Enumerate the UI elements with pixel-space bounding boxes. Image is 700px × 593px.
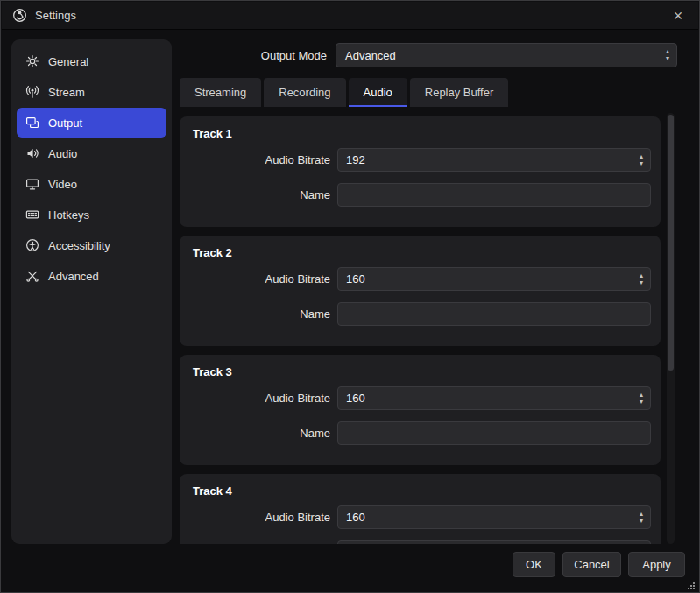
track-name-label: Name	[180, 188, 330, 201]
audio-bitrate-input[interactable]: 160 ▴▾	[337, 505, 651, 529]
tab-replay-buffer[interactable]: Replay Buffer	[410, 78, 509, 107]
titlebar: Settings ×	[2, 2, 698, 30]
spinner-arrows-icon[interactable]: ▴▾	[633, 511, 650, 525]
close-icon[interactable]: ×	[668, 8, 688, 24]
tab-bar: Streaming Recording Audio Replay Buffer	[180, 78, 508, 107]
spinner-arrows-icon[interactable]: ▴▾	[633, 392, 650, 406]
cancel-button[interactable]: Cancel	[562, 552, 621, 577]
resize-grip[interactable]	[687, 580, 696, 589]
spinner-arrows-icon[interactable]: ▴▾	[633, 272, 650, 286]
antenna-icon	[25, 85, 39, 99]
tab-audio[interactable]: Audio	[349, 78, 407, 107]
sidebar-item-stream[interactable]: Stream	[17, 77, 166, 107]
sidebar-item-video[interactable]: Video	[17, 169, 166, 199]
output-mode-label: Output Mode	[180, 49, 327, 62]
track-name-input[interactable]	[337, 183, 651, 207]
output-mode-select[interactable]: Advanced ▴▾	[336, 43, 677, 67]
audio-bitrate-value: 160	[346, 511, 365, 524]
sidebar-item-audio[interactable]: Audio	[17, 138, 166, 168]
track-1-panel: Track 1 Audio Bitrate 192 ▴▾ Name	[180, 116, 661, 227]
output-screens-icon	[25, 116, 39, 130]
apply-button[interactable]: Apply	[628, 552, 685, 577]
audio-settings-scroll-area[interactable]: Track 1 Audio Bitrate 192 ▴▾ Name Track …	[180, 113, 661, 544]
sidebar: General Stream Output Audio Video	[11, 39, 172, 544]
track-name-input[interactable]	[337, 302, 651, 326]
sidebar-item-general[interactable]: General	[17, 46, 166, 76]
window-title: Settings	[35, 9, 76, 22]
audio-bitrate-value: 160	[346, 272, 365, 286]
output-mode-row: Output Mode Advanced ▴▾	[180, 43, 677, 67]
sidebar-item-label: Audio	[48, 147, 77, 160]
spinner-arrows-icon[interactable]: ▴▾	[633, 153, 650, 167]
obs-logo-icon	[12, 8, 27, 23]
output-mode-value: Advanced	[345, 49, 396, 62]
audio-bitrate-label: Audio Bitrate	[180, 392, 330, 405]
track-3-panel: Track 3 Audio Bitrate 160 ▴▾ Name	[180, 355, 661, 465]
audio-bitrate-label: Audio Bitrate	[180, 153, 330, 166]
sidebar-item-hotkeys[interactable]: Hotkeys	[17, 200, 166, 229]
track-title: Track 1	[193, 127, 232, 140]
tab-streaming[interactable]: Streaming	[180, 78, 261, 107]
track-2-panel: Track 2 Audio Bitrate 160 ▴▾ Name	[180, 236, 661, 346]
sidebar-item-label: Accessibility	[48, 239, 110, 252]
audio-bitrate-input[interactable]: 160 ▴▾	[337, 267, 651, 291]
settings-window: Settings × General Stream Output Au	[0, 0, 700, 593]
keyboard-icon	[25, 208, 39, 222]
audio-bitrate-label: Audio Bitrate	[180, 272, 330, 286]
tools-icon	[25, 269, 39, 283]
accessibility-icon	[25, 238, 39, 252]
sidebar-item-label: Stream	[48, 86, 85, 99]
sidebar-item-label: Video	[48, 178, 77, 191]
sidebar-item-output[interactable]: Output	[17, 108, 166, 138]
track-4-panel: Track 4 Audio Bitrate 160 ▴▾ Name	[180, 474, 661, 544]
sidebar-item-label: Advanced	[48, 270, 99, 283]
sidebar-item-label: Hotkeys	[48, 208, 89, 222]
sidebar-item-label: General	[48, 55, 88, 68]
track-name-label: Name	[180, 427, 330, 440]
audio-bitrate-value: 192	[346, 153, 365, 166]
dialog-footer: OK Cancel Apply	[513, 552, 685, 577]
audio-bitrate-value: 160	[346, 392, 365, 405]
scrollbar-thumb[interactable]	[668, 115, 674, 371]
audio-bitrate-input[interactable]: 192 ▴▾	[337, 148, 651, 172]
ok-button[interactable]: OK	[513, 552, 555, 577]
tab-recording[interactable]: Recording	[264, 78, 345, 107]
speaker-icon	[25, 146, 39, 160]
gear-icon	[25, 54, 39, 68]
track-title: Track 3	[193, 365, 232, 378]
track-name-label: Name	[180, 307, 330, 321]
track-name-input[interactable]	[337, 421, 651, 445]
track-title: Track 4	[193, 484, 232, 498]
spinner-arrows-icon: ▴▾	[659, 48, 676, 62]
sidebar-item-label: Output	[48, 116, 82, 130]
audio-bitrate-label: Audio Bitrate	[180, 511, 330, 524]
vertical-scrollbar[interactable]	[667, 113, 675, 544]
track-name-input[interactable]	[337, 540, 651, 544]
track-title: Track 2	[193, 246, 232, 259]
sidebar-item-advanced[interactable]: Advanced	[17, 261, 166, 291]
monitor-icon	[25, 177, 39, 191]
audio-bitrate-input[interactable]: 160 ▴▾	[337, 386, 651, 410]
sidebar-item-accessibility[interactable]: Accessibility	[17, 230, 166, 260]
